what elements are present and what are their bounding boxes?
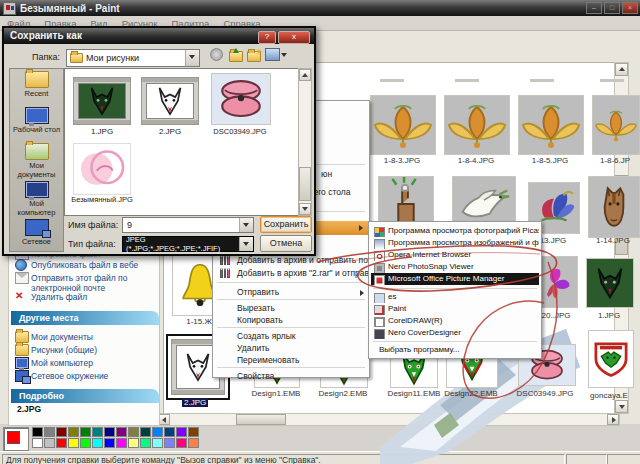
file-1jpg[interactable] [73,77,131,125]
open-with-image-fax-viewer[interactable]: Программа просмотра изображений и факсов [371,237,539,249]
foreground-color [7,431,20,444]
place-desktop[interactable]: Рабочий стол [10,107,63,134]
thumbnail-1-8-5[interactable] [518,95,584,155]
place-my-computer[interactable]: Мой компьютер [10,181,63,217]
minimize-button[interactable]: – [586,2,602,14]
folder-icon [15,344,29,356]
new-folder-button[interactable]: ✳ [247,48,262,62]
place-my-documents[interactable]: Мои документы [31,332,93,342]
color-palette [0,426,232,452]
palette-color[interactable] [44,427,55,437]
task-publish-file[interactable]: Опубликовать файл в вебе [31,260,138,270]
thumbnail-1[interactable] [586,258,634,308]
palette-color[interactable] [140,427,151,437]
palette-color[interactable] [32,427,43,437]
folder-combobox[interactable]: Мои рисунки [66,49,200,67]
filetype-value: JPEG (*.JPG;*.JPEG;*.JPE;*.JFIF) [126,235,239,253]
palette-color[interactable] [188,438,199,448]
open-with-choose-program[interactable]: Выбрать программу... [371,344,539,356]
palette-color[interactable] [56,427,67,437]
palette-color[interactable] [116,427,127,437]
open-with-coreldraw[interactable]: CorelDRAW(R) [371,315,539,327]
context-item-delete[interactable]: Удалить [237,343,269,353]
palette-color[interactable] [164,427,175,437]
context-item-send-to[interactable]: Отправить [237,287,279,297]
palette-color[interactable] [80,438,91,448]
open-with-es[interactable]: es [371,291,539,303]
open-with-ms-office-picture-manager[interactable]: Microsoft Office Picture Manager [371,273,539,285]
place-network[interactable]: Сетевое окружение [31,371,108,381]
dialog-help-button[interactable]: ? [258,31,276,44]
task-delete-file[interactable]: ✕Удалить файл [31,292,87,302]
palette-color[interactable] [176,438,187,448]
context-item-properties[interactable]: Свойства [237,371,274,381]
task-email-file[interactable]: Отправить этот файл по электронной почте [31,273,136,293]
palette-color[interactable] [152,438,163,448]
thumbnail-label: 1-14.JPG [588,236,638,245]
open-with-nero-coverdesigner[interactable]: Nero CoverDesigner [371,327,539,339]
thumbnail-1-8-6[interactable] [592,95,640,155]
palette-color[interactable] [128,438,139,448]
details-header[interactable]: Подробно [11,389,159,403]
view-menu-button[interactable] [265,48,287,62]
context-item-rename[interactable]: Переименовать [237,355,299,365]
dialog-close-button[interactable]: x [278,31,310,44]
up-one-level-button[interactable] [229,48,244,62]
palette-color[interactable] [68,438,79,448]
cancel-button[interactable]: Отмена [260,235,312,252]
palette-color[interactable] [32,438,43,448]
palette-color[interactable] [128,427,139,437]
file-2jpg[interactable] [141,77,199,125]
filename-input[interactable]: 9 [122,217,254,233]
place-network[interactable]: Сетевое [10,219,63,246]
thumbnail-label: 1-8-3.JPG [370,156,434,165]
back-button[interactable] [210,48,225,62]
chevron-down-icon[interactable] [185,50,199,66]
file-untitled[interactable] [73,143,131,195]
filetype-select[interactable]: JPEG (*.JPG;*.JPEG;*.JPE;*.JFIF) [122,236,254,252]
palette-color[interactable] [164,438,175,448]
context-item-copy[interactable]: Копировать [237,315,283,325]
status-cell [607,454,640,464]
explorer-horizontal-scrollbar[interactable] [157,413,620,426]
thumbnail-label-selected: 2.JPG [182,398,208,407]
open-with-picasa[interactable]: Программа просмотра фотографий Picasa Ph… [371,225,539,237]
palette-color[interactable] [92,438,103,448]
palette-color[interactable] [80,427,91,437]
close-button[interactable]: × [622,2,638,14]
place-my-computer[interactable]: Мой компьютер [31,358,93,368]
palette-color[interactable] [104,427,115,437]
context-item-create-shortcut[interactable]: Создать ярлык [237,331,296,341]
save-button[interactable]: Сохранить [260,216,312,233]
thumbnail-goncaya[interactable] [588,330,634,388]
file-list-scrollbar[interactable] [298,68,312,216]
palette-color[interactable] [104,438,115,448]
thumbnail-1-8-3[interactable] [370,95,436,155]
palette-color[interactable] [56,438,67,448]
place-my-documents[interactable]: Мои документы [10,143,63,179]
palette-color[interactable] [140,438,151,448]
palette-color[interactable] [92,427,103,437]
palette-color[interactable] [68,427,79,437]
thumbnail-1-14[interactable] [588,176,640,238]
palette-color[interactable] [176,427,187,437]
maximize-button[interactable]: □ [604,2,620,14]
palette-color[interactable] [116,438,127,448]
file-dsc03949[interactable] [211,73,271,125]
thumbnail-1-8-4[interactable] [444,95,510,155]
palette-color[interactable] [188,427,199,437]
open-with-paint[interactable]: Paint [371,303,539,315]
open-with-nero-photosnap[interactable]: Nero PhotoSnap Viewer [371,261,539,273]
palette-color[interactable] [152,427,163,437]
thumbnail-1-20[interactable] [536,256,578,308]
context-item-cut[interactable]: Вырезать [237,303,275,313]
chevron-down-icon[interactable] [239,218,253,232]
status-cell [566,454,607,464]
place-shared-pictures[interactable]: Рисунки (общие) [31,345,97,355]
other-places-header[interactable]: Другие места [11,311,159,325]
file-list: 1.JPG 2.JPG DSC03949.JPG Безымянный.JPG [64,68,300,216]
chevron-down-icon[interactable] [239,237,253,251]
palette-color[interactable] [44,438,55,448]
open-with-opera[interactable]: Opera Internet Browser [371,249,539,261]
place-recent[interactable]: Recent [10,71,63,98]
